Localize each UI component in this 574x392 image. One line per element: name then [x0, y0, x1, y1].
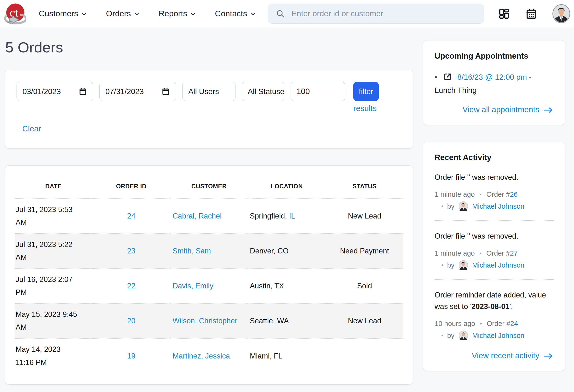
start-date-input[interactable]: 03/01/2023	[17, 82, 93, 101]
col-header-status: STATUS	[326, 177, 403, 199]
sidebar-column: Upcoming Appointments • 8/16/23 @ 12:00 …	[423, 27, 565, 371]
order-status: New Lead	[326, 199, 403, 234]
order-id-link[interactable]: 22	[127, 282, 135, 290]
calendar-icon	[79, 87, 87, 96]
view-all-appointments-link[interactable]: View all appointments	[463, 105, 539, 114]
global-search	[268, 4, 484, 24]
order-ref: Order #26	[486, 190, 518, 198]
table-row: May 15, 2023 9:45 AM 20 Wilson, Christop…	[15, 303, 403, 338]
filter-results-button[interactable]: filter	[353, 82, 379, 101]
bullet: •	[441, 203, 443, 210]
user-avatar[interactable]	[458, 331, 468, 340]
order-number-link[interactable]: 24	[510, 320, 518, 327]
activity-text: Order file '' was removed.	[434, 172, 554, 183]
statuses-select[interactable]: All Statuses	[242, 82, 284, 101]
user-avatar[interactable]	[458, 201, 468, 211]
nav-item-orders[interactable]: Orders	[106, 9, 140, 18]
filter-results-overflow-label[interactable]: results	[353, 104, 379, 113]
top-navigation-bar: ct Customers Orders Reports Contacts	[0, 0, 574, 27]
nav-item-label: Reports	[159, 9, 187, 18]
by-label: by	[447, 332, 454, 340]
users-select[interactable]: All Users	[182, 82, 235, 101]
app-logo[interactable]: ct	[3, 2, 26, 27]
nav-item-customers[interactable]: Customers	[39, 9, 87, 18]
bullet: •	[480, 191, 482, 198]
nav-item-label: Contacts	[215, 9, 247, 18]
user-avatar[interactable]	[553, 4, 570, 23]
activity-text: Order file '' was removed.	[434, 230, 554, 242]
arrow-right-icon	[543, 353, 554, 360]
end-date-value: 07/31/2023	[105, 87, 144, 96]
clear-filters-link[interactable]: Clear	[22, 119, 41, 138]
user-link[interactable]: Michael Johnson	[472, 203, 524, 210]
orders-table: DATE ORDER ID CUSTOMER LOCATION STATUS J…	[15, 177, 403, 373]
page-content: 5 Orders 03/01/2023 07/31/2023 All Users…	[0, 27, 574, 385]
external-link-icon[interactable]	[443, 72, 452, 82]
orders-table-card: DATE ORDER ID CUSTOMER LOCATION STATUS J…	[5, 165, 413, 385]
activity-byline: • by Michael Johnson	[441, 260, 554, 270]
order-location: Springfield, IL	[248, 199, 326, 234]
user-link[interactable]: Michael Johnson	[472, 261, 524, 269]
search-icon	[276, 9, 285, 18]
activity-meta: 10 hours ago • Order #24	[434, 320, 554, 328]
order-ref: Order #27	[486, 249, 518, 257]
view-recent-activity-row: View recent activity	[434, 351, 554, 360]
topbar-actions	[498, 4, 570, 23]
recent-activity-card: Recent Activity Order file '' was remove…	[423, 142, 565, 371]
customer-link[interactable]: Martinez, Jessica	[172, 352, 230, 360]
customer-link[interactable]: Wilson, Christopher	[172, 317, 237, 325]
nav-item-reports[interactable]: Reports	[159, 9, 196, 18]
col-header-order-id: ORDER ID	[92, 177, 170, 199]
orders-table-header-row: DATE ORDER ID CUSTOMER LOCATION STATUS	[15, 177, 403, 199]
col-header-date: DATE	[15, 177, 92, 199]
user-avatar[interactable]	[458, 260, 468, 270]
bullet: •	[441, 262, 443, 268]
calendar-icon	[162, 87, 170, 96]
order-date: Jul 16, 2023 2:07 PM	[15, 268, 92, 303]
activity-time: 10 hours ago	[434, 320, 475, 328]
col-header-customer: CUSTOMER	[170, 177, 248, 199]
activity-item: Order reminder date added, value was set…	[434, 289, 554, 340]
order-number-link[interactable]: 26	[510, 190, 517, 198]
end-date-input[interactable]: 07/31/2023	[100, 82, 176, 101]
table-row: Jul 31, 2023 5:22 AM 23 Smith, Sam Denve…	[15, 234, 403, 268]
order-date: Jul 31, 2023 5:53 AM	[15, 199, 92, 234]
nav-item-contacts[interactable]: Contacts	[215, 9, 256, 18]
chevron-down-icon	[134, 11, 140, 17]
divider	[434, 220, 554, 221]
nav-item-label: Orders	[106, 9, 131, 18]
customer-link[interactable]: Davis, Emily	[172, 282, 213, 290]
upcoming-appointments-card: Upcoming Appointments • 8/16/23 @ 12:00 …	[423, 40, 565, 125]
view-recent-activity-link[interactable]: View recent activity	[472, 351, 539, 360]
customer-link[interactable]: Smith, Sam	[172, 247, 211, 255]
bullet: •	[434, 73, 437, 81]
appointments-title: Upcoming Appointments	[434, 52, 554, 60]
view-all-appointments-row: View all appointments	[434, 105, 554, 114]
customer-link[interactable]: Cabral, Rachel	[172, 212, 222, 220]
table-row: Jul 16, 2023 2:07 PM 22 Davis, Emily Aus…	[15, 268, 403, 303]
activity-item: Order file '' was removed. 1 minute ago …	[434, 172, 554, 211]
order-id-link[interactable]: 20	[127, 317, 135, 325]
dashboard-grid-icon[interactable]	[498, 7, 510, 20]
limit-input[interactable]	[291, 82, 345, 101]
order-id-link[interactable]: 19	[127, 352, 135, 360]
statuses-select-value: All Statuses	[248, 87, 284, 96]
activity-time: 1 minute ago	[434, 190, 475, 198]
filter-button-column: filter results	[353, 82, 379, 113]
search-input[interactable]	[291, 9, 476, 19]
order-number-link[interactable]: 27	[510, 249, 517, 257]
order-location: Denver, CO	[248, 234, 326, 268]
bullet: •	[480, 250, 482, 257]
order-id-link[interactable]: 24	[127, 212, 135, 220]
user-link[interactable]: Michael Johnson	[472, 332, 524, 340]
appointment-item: • 8/16/23 @ 12:00 pm - Lunch Thing	[434, 71, 554, 97]
order-date: Jul 31, 2023 5:22 AM	[15, 234, 92, 268]
table-row: May 14, 2023 11:16 PM 19 Martinez, Jessi…	[15, 338, 403, 373]
appointment-link[interactable]: 8/16/23 @ 12:00 pm	[457, 73, 527, 81]
divider	[434, 279, 554, 280]
order-id-link[interactable]: 23	[127, 247, 135, 255]
calendar-icon[interactable]	[525, 7, 538, 20]
table-row: Jul 31, 2023 5:53 AM 24 Cabral, Rachel S…	[15, 199, 403, 234]
users-select-value: All Users	[188, 87, 219, 96]
activity-meta: 1 minute ago • Order #27	[434, 249, 554, 257]
